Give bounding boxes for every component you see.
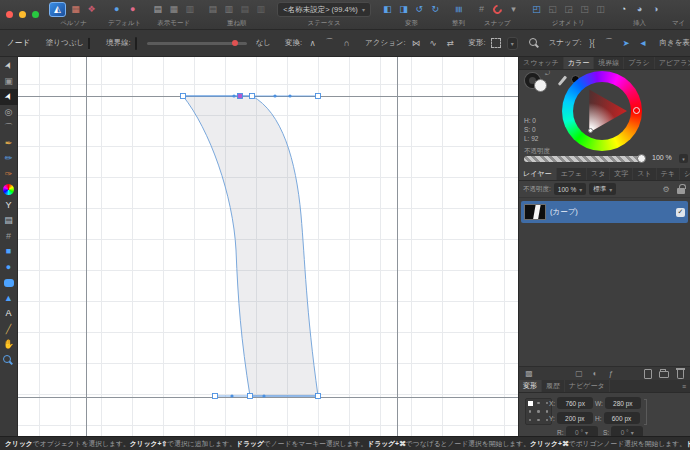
zoom-detail-icon[interactable] xyxy=(528,36,541,50)
transform-tab-history[interactable]: 履歴 xyxy=(542,380,565,392)
lock-layer-icon[interactable] xyxy=(676,183,686,195)
export-persona-icon[interactable]: ❖ xyxy=(85,3,98,16)
flip-vertical-icon[interactable]: ◨ xyxy=(397,3,410,16)
pixel-persona-icon[interactable]: ▦ xyxy=(69,3,82,16)
control-handle[interactable] xyxy=(262,394,265,397)
layers-tab-effects[interactable]: エフェ xyxy=(557,168,588,180)
vector-brush-tool[interactable]: ✑ xyxy=(0,167,18,183)
layer-opacity-dropdown[interactable]: 100 % ▾ xyxy=(554,183,586,195)
snap-to-handle-icon[interactable]: ◄ xyxy=(636,36,649,50)
hue-selector[interactable] xyxy=(633,107,640,114)
color-tab-brush[interactable]: ブラシ xyxy=(624,57,655,69)
place-image-tool[interactable]: ▤ xyxy=(0,213,18,229)
artboard-tool[interactable]: ▣ xyxy=(0,74,18,90)
document-canvas[interactable] xyxy=(18,57,518,436)
h-input[interactable]: 600 px xyxy=(604,412,640,424)
snapping-grid-icon[interactable]: # xyxy=(475,3,488,16)
fill-stroke-wells[interactable]: ⤾ xyxy=(525,73,551,93)
vector-view-icon[interactable]: ▤ xyxy=(151,3,164,16)
blend-mode-dropdown[interactable]: 標準 ▾ xyxy=(589,183,616,195)
opacity-value[interactable]: 100 % xyxy=(652,154,672,161)
ellipse-tool[interactable]: ● xyxy=(0,260,18,276)
hand-tool[interactable]: ✋ xyxy=(0,337,18,353)
curve-node[interactable] xyxy=(181,94,186,99)
pencil-tool[interactable]: ✏ xyxy=(0,151,18,167)
reverse-curve-icon[interactable]: ⇄ xyxy=(444,36,457,50)
anchor-point-selector[interactable] xyxy=(525,398,552,425)
color-tab-color[interactable]: カラー xyxy=(564,57,594,69)
layer-row[interactable]: (カーブ) xyxy=(521,201,688,223)
layer-effects-icon[interactable]: ƒ xyxy=(606,368,616,380)
color-tab-appearance[interactable]: アピアランス xyxy=(655,57,690,69)
anchor-point[interactable] xyxy=(546,402,549,405)
smooth-node-icon[interactable]: ⌒ xyxy=(323,36,336,50)
smart-node-icon[interactable]: ∩ xyxy=(340,36,353,50)
w-input[interactable]: 280 px xyxy=(605,397,641,409)
move-tool[interactable]: ➤ xyxy=(0,58,18,74)
layers-tab-layers[interactable]: レイヤー xyxy=(519,168,557,180)
layers-tab-stock[interactable]: スト xyxy=(633,168,656,180)
designer-persona-icon[interactable]: ◭ xyxy=(49,2,66,17)
insert-inside-icon[interactable]: ◑ xyxy=(649,3,662,16)
move-backward-icon[interactable]: ▤ xyxy=(238,3,251,16)
add-group-icon[interactable] xyxy=(659,368,669,380)
transform-tab-transform[interactable]: 変形 xyxy=(519,380,542,392)
pixel-view-icon[interactable]: ▦ xyxy=(167,3,180,16)
transparency-tool[interactable]: Y xyxy=(0,198,18,214)
color-wheel[interactable] xyxy=(562,71,642,151)
curve-node[interactable] xyxy=(316,394,321,399)
color-picker-tool[interactable]: ╱ xyxy=(0,322,18,338)
delete-layer-icon[interactable] xyxy=(675,368,685,380)
sync-defaults-icon[interactable]: ● xyxy=(110,3,123,16)
point-transform-tool[interactable]: ◎ xyxy=(0,105,18,121)
curve-node[interactable] xyxy=(316,94,321,99)
mask-layer-icon[interactable]: ▢ xyxy=(574,368,584,380)
layer-color-tag-icon[interactable]: ▩ xyxy=(524,368,534,380)
curve-node[interactable] xyxy=(213,394,218,399)
selected-node[interactable] xyxy=(238,94,243,99)
boolean-intersect-icon[interactable]: ◲ xyxy=(562,3,575,16)
insert-behind-icon[interactable]: ◔ xyxy=(617,3,630,16)
transform-marquee-icon[interactable] xyxy=(490,36,503,50)
transform-menu-icon[interactable]: ≡ xyxy=(678,380,690,392)
boolean-subtract-icon[interactable]: ◱ xyxy=(546,3,559,16)
snapping-magnet-icon[interactable] xyxy=(491,3,504,16)
adjustment-layer-icon[interactable]: ◐ xyxy=(590,368,600,380)
quick-fx-icon[interactable]: ⚙ xyxy=(661,183,671,195)
color-tab-swatches[interactable]: スウォッチ xyxy=(519,57,564,69)
opacity-stepper[interactable]: ▾ xyxy=(679,154,688,163)
anchor-point[interactable] xyxy=(537,410,540,413)
anchor-point[interactable] xyxy=(546,419,549,422)
snap-on-curve-icon[interactable]: ⌒ xyxy=(602,36,615,50)
node-tool[interactable]: ➤ xyxy=(0,89,18,105)
anchor-point[interactable] xyxy=(537,419,540,422)
boolean-xor-icon[interactable]: ◳ xyxy=(578,3,591,16)
curve-node[interactable] xyxy=(248,394,253,399)
layer-visibility-checkbox[interactable] xyxy=(676,208,685,217)
document-status-dropdown[interactable]: <名称未設定> (99.4%)▾ xyxy=(277,2,371,17)
rounded-rectangle-tool[interactable] xyxy=(0,275,18,291)
pen-tool[interactable]: ✒ xyxy=(0,136,18,152)
layers-tab-symbols[interactable]: シン xyxy=(680,168,690,180)
corner-tool[interactable]: ⌒ xyxy=(0,120,18,136)
boolean-divide-icon[interactable]: ◫ xyxy=(594,3,607,16)
control-handle[interactable] xyxy=(232,94,235,97)
rotate-ccw-icon[interactable]: ↺ xyxy=(413,3,426,16)
swap-fill-stroke-icon[interactable]: ⤾ xyxy=(545,70,550,77)
fill-swatch[interactable] xyxy=(88,37,90,50)
rectangle-tool[interactable]: ■ xyxy=(0,244,18,260)
aspect-link-bracket[interactable] xyxy=(644,399,647,425)
anchor-point[interactable] xyxy=(529,419,532,422)
control-handle[interactable] xyxy=(273,94,276,97)
stroke-swatch[interactable] xyxy=(135,37,137,50)
zoom-tool[interactable] xyxy=(0,353,18,369)
vector-crop-tool[interactable]: # xyxy=(0,229,18,245)
color-tab-stroke[interactable]: 境界線 xyxy=(594,57,624,69)
triangle-tool[interactable]: ▲ xyxy=(0,291,18,307)
curve-shape[interactable] xyxy=(183,96,318,396)
anchor-point[interactable] xyxy=(528,401,533,406)
transform-tab-navigator[interactable]: ナビゲータ xyxy=(565,380,610,392)
layers-tab-styles[interactable]: スタ xyxy=(587,168,610,180)
maximize-window-button[interactable] xyxy=(32,11,39,18)
minimize-window-button[interactable] xyxy=(19,11,26,18)
